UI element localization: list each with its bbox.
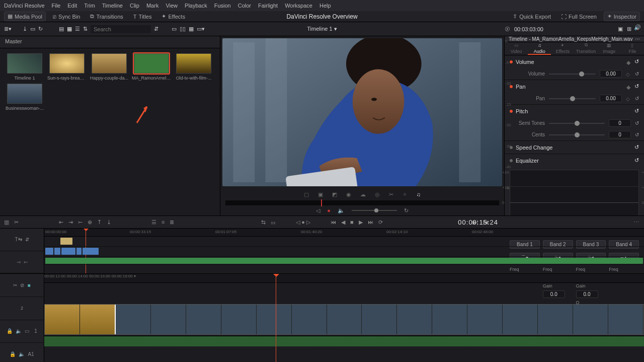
viewer-canvas[interactable] bbox=[222, 38, 502, 186]
menu-item[interactable]: Trim bbox=[84, 3, 95, 9]
menu-item[interactable]: Color bbox=[238, 3, 251, 9]
bin-name[interactable]: Master bbox=[0, 36, 220, 48]
tl-view-1-icon[interactable]: ☰ bbox=[151, 219, 156, 226]
mute-icon[interactable]: 🔈 bbox=[19, 351, 25, 357]
viewer-dropdown-icon[interactable]: ▭▾ bbox=[197, 26, 205, 32]
keyframe-icon[interactable]: ◆ bbox=[626, 84, 631, 89]
stop-icon[interactable]: ■ bbox=[350, 219, 354, 225]
menu-item[interactable]: Workspace bbox=[285, 3, 312, 9]
view-list-icon[interactable]: ☰ bbox=[75, 26, 80, 32]
reset-icon[interactable]: ↺ bbox=[635, 132, 639, 137]
tab-audio[interactable]: ♫Audio bbox=[528, 42, 551, 55]
lock-icon[interactable]: T⇆ bbox=[15, 237, 22, 242]
semitone-slider[interactable] bbox=[549, 123, 605, 124]
clip-thumbnail[interactable]: Happy-couple-da... bbox=[90, 53, 129, 81]
import-icon[interactable]: ⤓ bbox=[23, 26, 27, 32]
pan-slider[interactable] bbox=[549, 98, 596, 99]
timeline-name[interactable]: Timeline 1 ▾ bbox=[307, 26, 337, 32]
sync-bin-toggle[interactable]: ⎚Sync Bin bbox=[50, 13, 83, 21]
menu-item[interactable]: Fusion bbox=[214, 3, 231, 9]
menu-item[interactable]: Fairlight bbox=[258, 3, 278, 9]
loop-icon[interactable]: ↻ bbox=[404, 207, 409, 214]
closeup-icon[interactable]: ⊕ bbox=[88, 219, 92, 226]
inspector-toggle[interactable]: ✶Inspector bbox=[604, 12, 640, 21]
fullscreen-button[interactable]: ⛶Full Screen bbox=[558, 13, 600, 21]
tl-view-2-icon[interactable]: ≡ bbox=[162, 219, 165, 225]
go-start-icon[interactable]: ⏮ bbox=[331, 219, 336, 225]
snap-icon[interactable]: ⤙ bbox=[17, 259, 21, 265]
tool-audio-icon[interactable]: ♫ bbox=[416, 191, 420, 197]
speaker-icon[interactable]: 🔊 bbox=[634, 24, 641, 31]
split-icon[interactable]: ✂ bbox=[14, 219, 19, 226]
clip-thumbnail[interactable]: Old-tv-with-film-... bbox=[174, 53, 213, 81]
mute-icon[interactable]: 🔈 bbox=[16, 328, 22, 334]
go-end-icon[interactable]: ⏭ bbox=[368, 219, 373, 225]
video-track-1[interactable] bbox=[44, 303, 644, 336]
reset-icon[interactable]: ↺ bbox=[634, 83, 639, 90]
reset-icon[interactable]: ↺ bbox=[634, 144, 639, 151]
reset-icon[interactable]: ↺ bbox=[635, 71, 639, 77]
lower-playhead[interactable] bbox=[276, 274, 276, 362]
bin-list-icon[interactable]: ≣▾ bbox=[4, 26, 12, 32]
razor-icon[interactable]: ✂ bbox=[13, 282, 17, 288]
reset-icon[interactable]: ↺ bbox=[634, 58, 639, 65]
track-v1[interactable] bbox=[44, 247, 644, 257]
enable-icon[interactable]: ▭ bbox=[25, 328, 29, 334]
guides-icon[interactable]: ⊞ bbox=[627, 26, 631, 32]
trim-mode-icon[interactable]: ⚏ bbox=[271, 219, 276, 226]
sort-icon[interactable]: ⇅ bbox=[83, 26, 88, 32]
pan-value[interactable] bbox=[600, 95, 622, 102]
menu-item[interactable]: Playback bbox=[185, 3, 207, 9]
section-volume[interactable]: Volume bbox=[516, 59, 534, 65]
menu-item[interactable]: Timeline bbox=[102, 3, 123, 9]
track-a1[interactable] bbox=[44, 257, 644, 265]
more-icon[interactable]: ⋯ bbox=[635, 36, 640, 42]
keyframe-icon[interactable]: ◆ bbox=[626, 59, 631, 64]
menu-item[interactable]: Edit bbox=[67, 3, 77, 9]
safe-area-icon[interactable]: ▣ bbox=[618, 26, 623, 32]
quick-export-button[interactable]: ⇪Quick Export bbox=[510, 12, 554, 21]
menu-item[interactable]: Mark bbox=[146, 3, 158, 9]
tab-image[interactable]: ▦Image bbox=[598, 42, 621, 55]
sync-icon[interactable]: ⇵ bbox=[25, 237, 29, 242]
clip-thumbnail[interactable]: Timeline 1 bbox=[5, 53, 44, 81]
lock-icon[interactable]: 🔒 bbox=[7, 328, 13, 334]
section-pan[interactable]: Pan bbox=[516, 84, 526, 90]
viewer-grid-icon[interactable]: ▦ bbox=[189, 26, 194, 32]
play-reverse-icon[interactable]: ◀ bbox=[341, 219, 345, 226]
marker-icon[interactable]: ⤚ bbox=[24, 259, 28, 265]
tool-color-icon[interactable]: ✂ bbox=[389, 191, 393, 198]
media-pool-toggle[interactable]: ▦Media Pool bbox=[4, 12, 46, 21]
tool-transform-icon[interactable]: ◩ bbox=[332, 191, 337, 198]
viewer-mode-icon[interactable]: ▭ bbox=[172, 26, 177, 32]
lock-icon[interactable]: 🔒 bbox=[10, 351, 16, 357]
boring-detector-icon[interactable]: ▥ bbox=[4, 219, 9, 226]
cents-slider[interactable] bbox=[549, 134, 605, 135]
mute-icon[interactable]: 🔈 bbox=[338, 207, 345, 214]
tool-lens-icon[interactable]: ◎ bbox=[375, 191, 380, 198]
menu-item[interactable]: Clip bbox=[130, 3, 139, 9]
viewer-timecode[interactable]: 00:00:15:24 bbox=[458, 219, 498, 226]
volume-slider[interactable] bbox=[549, 74, 596, 75]
tool-audiofx-icon[interactable]: ✧ bbox=[403, 191, 407, 198]
section-speed[interactable]: Speed Change bbox=[516, 144, 552, 151]
search-input[interactable] bbox=[91, 25, 151, 33]
place-on-top-icon[interactable]: ⤒ bbox=[97, 219, 102, 226]
tool-stabilize-icon[interactable]: ☁ bbox=[360, 191, 366, 198]
link-icon[interactable]: ⊘ bbox=[20, 282, 24, 288]
viewer-split-icon[interactable]: ▯▯ bbox=[180, 26, 186, 32]
titles-toggle[interactable]: TTitles bbox=[130, 13, 155, 21]
viewer-scrubber[interactable] bbox=[225, 200, 499, 205]
view-thumb-icon[interactable]: ▦ bbox=[67, 26, 72, 32]
clip-thumbnail[interactable]: Sun-s-rays-breaki... bbox=[47, 53, 87, 81]
lower-ruler[interactable]: 00:00:12:00 00:00:14:00 00:00:16:00 00:0… bbox=[44, 274, 644, 283]
dynamic-trim-icon[interactable]: ⇆ bbox=[261, 219, 266, 226]
cents-value[interactable] bbox=[609, 131, 631, 138]
semitone-value[interactable] bbox=[609, 119, 631, 127]
view-strip-icon[interactable]: ▤ bbox=[59, 26, 64, 32]
menu-item[interactable]: View bbox=[166, 3, 178, 9]
smart-insert-icon[interactable]: ⇤ bbox=[59, 219, 63, 226]
section-equalizer[interactable]: Equalizer bbox=[516, 158, 539, 164]
reset-icon[interactable]: ↺ bbox=[635, 96, 639, 101]
loop-icon[interactable]: ⟳ bbox=[378, 219, 383, 226]
